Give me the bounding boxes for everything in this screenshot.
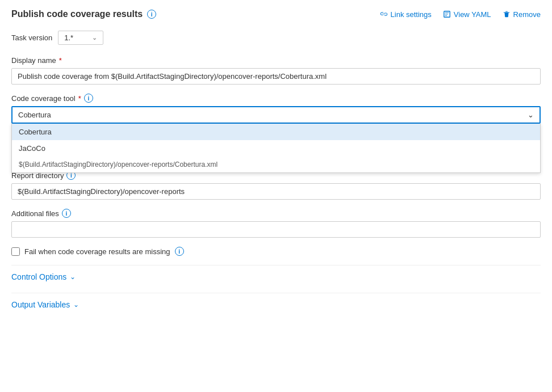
fail-checkbox-label: Fail when code coverage results are miss… xyxy=(24,247,170,256)
code-coverage-dropdown[interactable]: Cobertura ⌄ xyxy=(11,106,541,124)
display-name-field: Display name * xyxy=(11,56,541,85)
dropdown-item-summary[interactable]: $(Build.ArtifactStagingDirectory)/openco… xyxy=(12,157,540,172)
additional-files-label: Additional files i xyxy=(11,209,541,218)
additional-files-info-icon[interactable]: i xyxy=(62,209,71,218)
control-options-label: Control Options xyxy=(11,272,66,281)
output-variables-header[interactable]: Output Variables ⌄ xyxy=(11,300,541,315)
code-coverage-selected: Cobertura xyxy=(18,111,51,119)
yaml-icon xyxy=(443,10,451,18)
page-header: Publish code coverage results i Link set… xyxy=(11,9,541,19)
display-name-label: Display name * xyxy=(11,56,541,65)
code-coverage-menu: Cobertura JaCoCo $(Build.ArtifactStaging… xyxy=(11,124,541,173)
output-variables-chevron: ⌄ xyxy=(73,301,79,309)
control-options-chevron: ⌄ xyxy=(70,273,76,281)
output-variables-label: Output Variables xyxy=(11,300,70,309)
display-name-input[interactable] xyxy=(11,68,541,85)
additional-files-field: Additional files i xyxy=(11,209,541,238)
remove-button[interactable]: Remove xyxy=(503,10,541,19)
link-settings-button[interactable]: Link settings xyxy=(380,10,432,19)
fail-checkbox-info-icon[interactable]: i xyxy=(175,247,184,256)
fail-checkbox-row: Fail when code coverage results are miss… xyxy=(11,247,541,256)
control-options-header[interactable]: Control Options ⌄ xyxy=(11,272,541,287)
header-left: Publish code coverage results i xyxy=(11,9,156,19)
report-directory-input[interactable] xyxy=(11,183,541,200)
additional-files-input[interactable] xyxy=(11,221,541,238)
report-directory-field: Report directory i xyxy=(11,171,541,200)
code-coverage-tool-field: Code coverage tool * i Cobertura ⌄ Cober… xyxy=(11,94,541,124)
dropdown-item-jacoco[interactable]: JaCoCo xyxy=(12,140,540,157)
display-name-required: * xyxy=(59,56,62,65)
view-yaml-button[interactable]: View YAML xyxy=(443,10,491,19)
link-icon xyxy=(380,10,388,18)
dropdown-chevron-icon: ⌄ xyxy=(528,111,534,119)
title-info-icon[interactable]: i xyxy=(147,10,156,19)
divider-2 xyxy=(11,293,541,293)
task-version-row: Task version 1.* ⌄ xyxy=(11,31,541,45)
link-settings-label: Link settings xyxy=(391,10,432,19)
task-version-label: Task version xyxy=(11,33,52,42)
code-coverage-info-icon[interactable]: i xyxy=(84,94,93,103)
code-coverage-required: * xyxy=(78,94,81,103)
page-title: Publish code coverage results xyxy=(11,9,143,19)
remove-label: Remove xyxy=(513,10,541,19)
view-yaml-label: View YAML xyxy=(454,10,491,19)
task-version-chevron: ⌄ xyxy=(92,34,97,41)
control-options-section: Control Options ⌄ xyxy=(11,272,541,287)
task-version-value: 1.* xyxy=(64,33,73,42)
remove-icon xyxy=(503,10,511,18)
task-version-select[interactable]: 1.* ⌄ xyxy=(58,31,103,45)
header-actions: Link settings View YAML Remove xyxy=(380,10,541,19)
dropdown-item-cobertura[interactable]: Cobertura xyxy=(12,124,540,140)
code-coverage-dropdown-wrapper: Cobertura ⌄ Cobertura JaCoCo $(Build.Art… xyxy=(11,106,541,124)
code-coverage-tool-label: Code coverage tool * i xyxy=(11,94,541,103)
output-variables-section: Output Variables ⌄ xyxy=(11,300,541,315)
fail-checkbox[interactable] xyxy=(11,247,20,256)
divider-1 xyxy=(11,265,541,265)
